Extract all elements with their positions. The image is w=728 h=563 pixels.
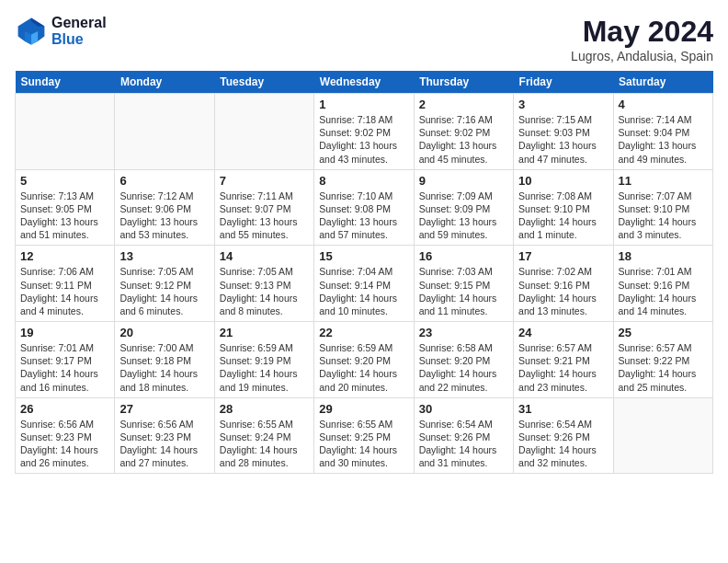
calendar-cell: 2Sunrise: 7:16 AMSunset: 9:02 PMDaylight… <box>414 94 513 170</box>
weekday-header: Tuesday <box>214 71 313 94</box>
calendar-cell: 21Sunrise: 6:59 AMSunset: 9:19 PMDayligh… <box>214 322 313 398</box>
calendar-table: SundayMondayTuesdayWednesdayThursdayFrid… <box>15 71 713 474</box>
day-number: 1 <box>319 98 408 111</box>
page-header: General Blue May 2024 Lugros, Andalusia,… <box>15 15 713 63</box>
day-number: 15 <box>319 249 408 263</box>
day-number: 27 <box>119 402 209 416</box>
day-number: 18 <box>619 249 708 263</box>
day-info: Sunrise: 7:16 AMSunset: 9:02 PMDaylight:… <box>419 113 508 166</box>
calendar-cell: 19Sunrise: 7:01 AMSunset: 9:17 PMDayligh… <box>16 322 115 398</box>
calendar-cell: 16Sunrise: 7:03 AMSunset: 9:15 PMDayligh… <box>414 246 513 322</box>
month-title: May 2024 <box>571 15 713 49</box>
day-number: 24 <box>518 326 608 339</box>
day-info: Sunrise: 6:56 AMSunset: 9:23 PMDaylight:… <box>20 418 109 470</box>
weekday-header: Monday <box>115 71 214 94</box>
day-info: Sunrise: 7:12 AMSunset: 9:06 PMDaylight:… <box>119 190 209 242</box>
location-title: Lugros, Andalusia, Spain <box>571 49 713 63</box>
calendar-cell: 22Sunrise: 6:59 AMSunset: 9:20 PMDayligh… <box>314 322 414 398</box>
day-info: Sunrise: 7:15 AMSunset: 9:03 PMDaylight:… <box>518 113 608 166</box>
day-number: 11 <box>619 174 708 188</box>
day-info: Sunrise: 6:56 AMSunset: 9:23 PMDaylight:… <box>119 418 209 470</box>
day-info: Sunrise: 7:09 AMSunset: 9:09 PMDaylight:… <box>419 190 508 242</box>
day-info: Sunrise: 7:02 AMSunset: 9:16 PMDaylight:… <box>518 265 608 317</box>
calendar-cell: 26Sunrise: 6:56 AMSunset: 9:23 PMDayligh… <box>16 397 115 474</box>
weekday-header: Wednesday <box>314 71 414 94</box>
calendar-cell: 30Sunrise: 6:54 AMSunset: 9:26 PMDayligh… <box>414 397 513 474</box>
logo-icon <box>15 15 48 48</box>
calendar-cell <box>16 94 115 170</box>
weekday-header: Friday <box>514 71 613 94</box>
day-info: Sunrise: 7:11 AMSunset: 9:07 PMDaylight:… <box>220 190 309 242</box>
day-number: 3 <box>518 98 608 111</box>
day-number: 14 <box>220 249 309 263</box>
calendar-cell: 3Sunrise: 7:15 AMSunset: 9:03 PMDaylight… <box>514 94 613 170</box>
calendar-cell: 29Sunrise: 6:55 AMSunset: 9:25 PMDayligh… <box>314 397 414 474</box>
calendar-cell: 25Sunrise: 6:57 AMSunset: 9:22 PMDayligh… <box>613 322 712 398</box>
day-number: 22 <box>319 326 408 339</box>
day-info: Sunrise: 7:01 AMSunset: 9:16 PMDaylight:… <box>619 265 708 317</box>
weekday-header: Thursday <box>414 71 513 94</box>
day-number: 23 <box>419 326 508 339</box>
calendar-cell: 6Sunrise: 7:12 AMSunset: 9:06 PMDaylight… <box>115 169 214 246</box>
day-number: 25 <box>619 326 708 339</box>
day-number: 2 <box>419 98 508 111</box>
calendar-cell: 4Sunrise: 7:14 AMSunset: 9:04 PMDaylight… <box>613 94 712 170</box>
day-info: Sunrise: 7:14 AMSunset: 9:04 PMDaylight:… <box>619 113 708 166</box>
day-info: Sunrise: 6:54 AMSunset: 9:26 PMDaylight:… <box>419 418 508 470</box>
day-info: Sunrise: 7:05 AMSunset: 9:13 PMDaylight:… <box>220 265 309 317</box>
calendar-cell: 18Sunrise: 7:01 AMSunset: 9:16 PMDayligh… <box>613 246 712 322</box>
calendar-week-row: 19Sunrise: 7:01 AMSunset: 9:17 PMDayligh… <box>16 322 713 398</box>
weekday-header: Saturday <box>613 71 712 94</box>
calendar-cell: 7Sunrise: 7:11 AMSunset: 9:07 PMDaylight… <box>214 169 313 246</box>
calendar-cell: 12Sunrise: 7:06 AMSunset: 9:11 PMDayligh… <box>16 246 115 322</box>
calendar-cell <box>214 94 313 170</box>
day-number: 26 <box>20 402 109 416</box>
day-number: 29 <box>319 402 408 416</box>
day-info: Sunrise: 6:55 AMSunset: 9:25 PMDaylight:… <box>319 418 408 470</box>
calendar-cell: 8Sunrise: 7:10 AMSunset: 9:08 PMDaylight… <box>314 169 414 246</box>
day-number: 5 <box>20 174 109 188</box>
calendar-week-row: 12Sunrise: 7:06 AMSunset: 9:11 PMDayligh… <box>16 246 713 322</box>
day-info: Sunrise: 7:07 AMSunset: 9:10 PMDaylight:… <box>619 190 708 242</box>
day-number: 8 <box>319 174 408 188</box>
calendar-cell <box>613 397 712 474</box>
day-info: Sunrise: 7:13 AMSunset: 9:05 PMDaylight:… <box>20 190 109 242</box>
day-number: 7 <box>220 174 309 188</box>
day-number: 21 <box>220 326 309 339</box>
calendar-cell: 11Sunrise: 7:07 AMSunset: 9:10 PMDayligh… <box>613 169 712 246</box>
calendar-cell: 15Sunrise: 7:04 AMSunset: 9:14 PMDayligh… <box>314 246 414 322</box>
calendar-cell: 20Sunrise: 7:00 AMSunset: 9:18 PMDayligh… <box>115 322 214 398</box>
calendar-cell: 9Sunrise: 7:09 AMSunset: 9:09 PMDaylight… <box>414 169 513 246</box>
calendar-week-row: 1Sunrise: 7:18 AMSunset: 9:02 PMDaylight… <box>16 94 713 170</box>
day-info: Sunrise: 7:00 AMSunset: 9:18 PMDaylight:… <box>119 341 209 394</box>
day-info: Sunrise: 6:57 AMSunset: 9:22 PMDaylight:… <box>619 341 708 394</box>
day-number: 16 <box>419 249 508 263</box>
day-number: 9 <box>419 174 508 188</box>
day-info: Sunrise: 6:59 AMSunset: 9:20 PMDaylight:… <box>319 341 408 394</box>
day-info: Sunrise: 7:10 AMSunset: 9:08 PMDaylight:… <box>319 190 408 242</box>
day-number: 28 <box>220 402 309 416</box>
calendar-cell: 28Sunrise: 6:55 AMSunset: 9:24 PMDayligh… <box>214 397 313 474</box>
day-info: Sunrise: 6:58 AMSunset: 9:20 PMDaylight:… <box>419 341 508 394</box>
day-info: Sunrise: 7:05 AMSunset: 9:12 PMDaylight:… <box>119 265 209 317</box>
calendar-cell: 24Sunrise: 6:57 AMSunset: 9:21 PMDayligh… <box>514 322 613 398</box>
day-info: Sunrise: 6:59 AMSunset: 9:19 PMDaylight:… <box>220 341 309 394</box>
day-info: Sunrise: 7:06 AMSunset: 9:11 PMDaylight:… <box>20 265 109 317</box>
day-number: 12 <box>20 249 109 263</box>
weekday-header: Sunday <box>16 71 115 94</box>
calendar-cell: 14Sunrise: 7:05 AMSunset: 9:13 PMDayligh… <box>214 246 313 322</box>
day-number: 6 <box>119 174 209 188</box>
weekday-header-row: SundayMondayTuesdayWednesdayThursdayFrid… <box>16 71 713 94</box>
day-number: 31 <box>518 402 608 416</box>
day-info: Sunrise: 6:54 AMSunset: 9:26 PMDaylight:… <box>518 418 608 470</box>
day-info: Sunrise: 7:18 AMSunset: 9:02 PMDaylight:… <box>319 113 408 166</box>
day-number: 10 <box>518 174 608 188</box>
day-info: Sunrise: 7:03 AMSunset: 9:15 PMDaylight:… <box>419 265 508 317</box>
calendar-cell: 13Sunrise: 7:05 AMSunset: 9:12 PMDayligh… <box>115 246 214 322</box>
day-info: Sunrise: 6:55 AMSunset: 9:24 PMDaylight:… <box>220 418 309 470</box>
logo: General Blue <box>15 15 107 48</box>
calendar-cell: 23Sunrise: 6:58 AMSunset: 9:20 PMDayligh… <box>414 322 513 398</box>
title-block: May 2024 Lugros, Andalusia, Spain <box>571 15 713 63</box>
logo-text: General Blue <box>51 15 107 47</box>
calendar-week-row: 5Sunrise: 7:13 AMSunset: 9:05 PMDaylight… <box>16 169 713 246</box>
